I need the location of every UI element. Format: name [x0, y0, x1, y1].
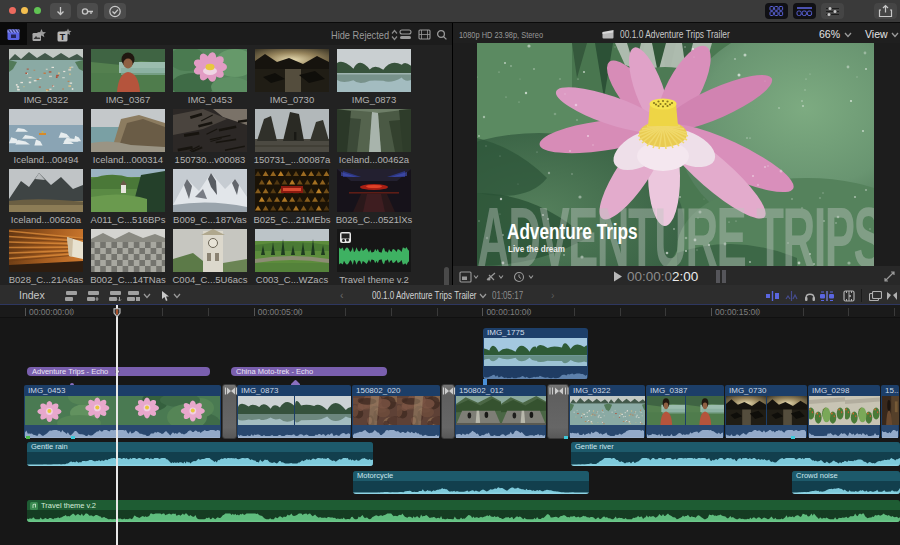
svg-text:T: T	[60, 31, 66, 41]
